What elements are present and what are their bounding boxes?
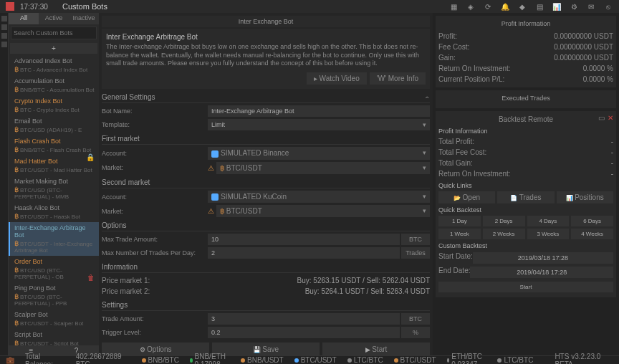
add-bot-button[interactable]: + xyxy=(10,43,97,54)
bell-icon[interactable]: 🔔 xyxy=(500,1,510,11)
nav-icon[interactable] xyxy=(1,33,7,39)
price1-label: Price market 1: xyxy=(102,277,150,284)
bot-item[interactable]: Inter-Exchange Arbitrage Bot฿BTC/USDT - … xyxy=(9,222,99,256)
market1-label: Market: xyxy=(102,164,208,171)
nav-icon[interactable] xyxy=(1,42,7,47)
qb-1day[interactable]: 1 Day xyxy=(438,216,481,226)
search-input[interactable] xyxy=(11,27,97,39)
account1-select[interactable]: SIMULATED Binance xyxy=(208,147,430,160)
bot-item[interactable]: Market Making Bot฿BTC/USD (BTC-PERPETUAL… xyxy=(9,176,99,202)
page-title: Custom Bots xyxy=(62,2,107,11)
maxta-label: Max Trade Amount: xyxy=(102,236,208,243)
ticker-item[interactable]: BTC/USDT xyxy=(394,353,436,365)
qb-4weeks[interactable]: 4 Weeks xyxy=(571,229,613,239)
maxtpd-label: Max Number Of Trades Per Day: xyxy=(102,249,208,257)
bot-item[interactable]: Scalper Bot฿BTC/USDT - Scalper Bot xyxy=(9,309,99,329)
ticker-item[interactable]: BNB/BTC xyxy=(142,353,179,365)
bot-list: Advanced Index Bot฿BTC - Advanced Index … xyxy=(9,55,99,345)
backtest-start-button[interactable]: Start xyxy=(438,282,613,292)
end-date-input[interactable]: 2019/04/18 17:28 xyxy=(470,267,613,278)
warn-icon: ⚠ xyxy=(208,164,214,172)
section-first-market: First market xyxy=(102,135,430,145)
botname-label: Bot Name: xyxy=(102,107,208,115)
maxta-input[interactable]: 10 xyxy=(208,234,400,245)
tab-inactive[interactable]: Inactive xyxy=(69,13,99,24)
ticker-item[interactable]: LTC/BTC xyxy=(497,353,533,365)
ta-label: Trade Amount: xyxy=(102,315,208,322)
executed-trades-header: Executed Trades xyxy=(438,93,613,103)
section-second-market: Second market xyxy=(102,178,430,188)
tag-icon[interactable]: ◈ xyxy=(466,1,476,11)
section-options: Options xyxy=(102,221,430,231)
price2-label: Price market 2: xyxy=(102,287,150,295)
app-logo xyxy=(6,2,14,11)
panel-header: Inter Exchange Bot xyxy=(102,16,430,27)
section-settings: Settings xyxy=(102,301,430,311)
backtest-header: Backtest Remote▭✕ xyxy=(438,114,613,125)
minimize-icon[interactable]: ▭ xyxy=(598,114,605,122)
maxtpd-input[interactable]: 2 xyxy=(208,247,400,259)
balance-label: Total Balance: xyxy=(25,353,65,365)
trades-button[interactable]: 📄 Trades xyxy=(497,191,554,203)
close-icon[interactable]: ✕ xyxy=(608,114,613,122)
bot-item[interactable]: Order Bot฿BTC/USD (BTC-PERPETUAL) - OB 🗑 xyxy=(9,256,99,282)
more-info-button[interactable]: 'W' More Info xyxy=(370,72,426,85)
bot-item[interactable]: Accumulation Bot฿BNB/BTC - Accumulation … xyxy=(9,75,99,95)
bot-item[interactable]: Ping Pong Bot฿BTC/USD (BTC-PERPETUAL) - … xyxy=(9,282,99,309)
bot-item[interactable]: Advanced Index Bot฿BTC - Advanced Index … xyxy=(9,55,99,75)
start-date-input[interactable]: 2019/03/18 17:28 xyxy=(473,252,613,264)
price1-value: Buy: 5263.15 USDT / Sell: 5262.04 USDT xyxy=(297,277,430,284)
grid-icon[interactable]: ▦ xyxy=(448,1,459,11)
exit-icon[interactable]: ⎋ xyxy=(603,1,613,11)
market2-select[interactable]: ฿ BTC/USDT xyxy=(216,205,430,217)
refresh-icon[interactable]: ⟳ xyxy=(483,1,493,11)
ticker-item[interactable]: BNB/ETH 0.17998 xyxy=(190,353,230,365)
balance-value: 402.26672889 BTC xyxy=(76,353,131,365)
tab-all[interactable]: All xyxy=(9,13,39,24)
section-information: Information xyxy=(102,263,430,273)
trigger-input[interactable]: 0.2 xyxy=(208,327,400,338)
account2-label: Account: xyxy=(102,193,208,201)
template-label: Template: xyxy=(102,121,208,128)
bot-item[interactable]: Script Bot฿BTC/USDT - Script Bot xyxy=(9,329,99,345)
layers-icon[interactable]: ▤ xyxy=(534,1,544,11)
play-icon: ▸ xyxy=(314,75,317,82)
template-select[interactable]: Limit xyxy=(208,119,430,130)
qb-4days[interactable]: 4 Days xyxy=(527,216,570,226)
account1-label: Account: xyxy=(102,150,208,157)
ticker-item[interactable]: BTC/USDT xyxy=(294,353,337,365)
tab-active[interactable]: Active xyxy=(39,13,69,24)
qb-3weeks[interactable]: 3 Weeks xyxy=(527,229,570,239)
ticker-item[interactable]: LTC/BTC xyxy=(347,353,383,365)
bot-item[interactable]: Haask Alice Bot฿BTC/USDT - Haask Bot xyxy=(9,202,99,222)
botname-input[interactable]: Inter-Exchange Arbitrage Bot xyxy=(208,105,430,117)
clock: 17:37:30 xyxy=(20,3,48,11)
qb-6days[interactable]: 6 Days xyxy=(571,216,613,226)
inbox-icon[interactable]: ✉ xyxy=(586,1,596,11)
ta-input[interactable]: 3 xyxy=(208,313,400,325)
bot-description-title: Inter Exchange Arbitrage Bot xyxy=(106,33,426,41)
gear-icon[interactable]: ⚙ xyxy=(569,1,579,11)
qb-1week[interactable]: 1 Week xyxy=(438,229,481,239)
chart-icon[interactable]: 📊 xyxy=(552,1,562,11)
bot-item[interactable]: Crypto Index Bot฿BTC - Crypto Index Bot xyxy=(9,95,99,115)
bot-item[interactable]: Email Bot฿BTC/USD (ADAH19) - E xyxy=(9,115,99,135)
ticker-item[interactable]: BNB/USDT xyxy=(241,353,284,365)
watch-video-button[interactable]: ▸Watch Video xyxy=(307,72,367,85)
activity-bar xyxy=(0,13,9,355)
positions-button[interactable]: 📊 Positions xyxy=(557,191,613,203)
bot-description-text: The Inter-exchange Arbitrage bot buys lo… xyxy=(106,43,426,68)
collapse-icon[interactable]: ⌃ xyxy=(424,95,430,103)
bot-item[interactable]: Flash Crash Bot฿BNB/BTC - Flash Crash Bo… xyxy=(9,135,99,155)
open-button[interactable]: 📂 Open xyxy=(438,191,495,203)
price2-value: Buy: 5264.1 USDT / Sell: 5263.4 USDT xyxy=(305,287,430,295)
nav-icon[interactable] xyxy=(1,24,7,30)
market1-select[interactable]: ฿ BTC/USDT xyxy=(216,162,430,174)
qb-2days[interactable]: 2 Days xyxy=(483,216,525,226)
account2-select[interactable]: SIMULATED KuCoin xyxy=(208,191,430,203)
nav-icon[interactable] xyxy=(1,16,7,21)
diamond-icon[interactable]: ◆ xyxy=(517,1,527,11)
qb-2weeks[interactable]: 2 Weeks xyxy=(483,229,525,239)
ticker-item[interactable]: ETH/BTC 0.03347 xyxy=(447,353,487,365)
trigger-label: Trigger Level: xyxy=(102,329,208,336)
